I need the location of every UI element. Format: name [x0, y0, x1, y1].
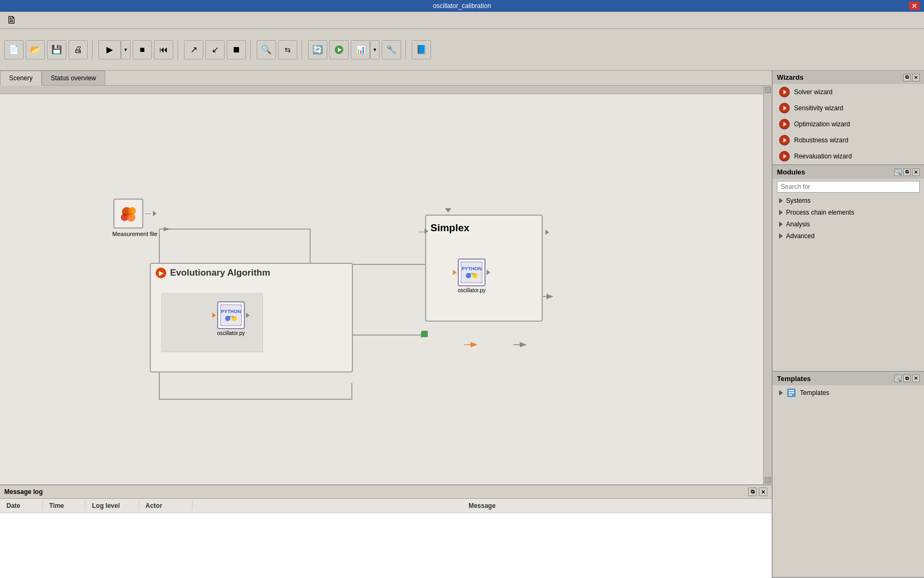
analysis-arrow — [779, 222, 783, 227]
col-date[interactable]: Date — [0, 501, 43, 511]
optimization-wizard-icon — [779, 119, 790, 130]
diagram-container: Measurement file ▶ Evolutionary Algorith… — [0, 94, 763, 484]
reevaluation-wizard-item[interactable]: Reevaluation wizard — [773, 148, 924, 164]
save-button[interactable]: 💾 — [47, 40, 66, 59]
process-chain-arrow — [779, 210, 783, 215]
svg-rect-46 — [789, 390, 794, 391]
center-area: Scenery Status overview — [0, 71, 772, 578]
modules-close-btn[interactable]: ✕ — [912, 169, 920, 176]
simplex-python-label: oscillator.py — [453, 287, 490, 293]
right-panel: Wizards ⧉ ✕ Solver wizard — [772, 71, 924, 578]
svg-rect-27 — [220, 305, 242, 326]
new-button[interactable]: 📄 — [4, 40, 24, 59]
svg-marker-17 — [471, 342, 478, 347]
message-log-close-btn[interactable]: ✕ — [759, 488, 767, 496]
col-message[interactable]: Message — [192, 501, 772, 511]
simplex-python-icon: PYTHON — [458, 258, 486, 286]
reevaluation-wizard-label: Reevaluation wizard — [794, 153, 852, 160]
open-button[interactable]: 📂 — [26, 40, 45, 59]
templates-item[interactable]: Templates — [773, 385, 924, 400]
tab-status-overview[interactable]: Status overview — [42, 71, 105, 85]
modules-header: Modules 🔍 ⧉ ✕ — [773, 165, 924, 179]
rewind-button[interactable]: ⏮ — [154, 40, 173, 59]
solver-wizard-icon — [779, 87, 790, 97]
connect-button[interactable]: ⇆ — [278, 40, 297, 59]
measurement-file-node[interactable]: Measurement file — [112, 199, 157, 237]
ea-icon: ▶ — [155, 267, 167, 279]
play-dropdown-button[interactable]: ▼ — [121, 40, 130, 59]
analysis-button[interactable]: 📊 — [351, 40, 370, 59]
simplex-title: Simplex — [426, 219, 542, 234]
connections-svg — [0, 94, 763, 484]
svg-rect-31 — [461, 262, 482, 283]
zoom-button[interactable]: 🔍 — [257, 40, 276, 59]
svg-marker-5 — [421, 332, 428, 338]
play-button[interactable]: ▶ — [98, 40, 121, 59]
ea-node[interactable]: ▶ Evolutionary Algorithm — [150, 263, 353, 372]
wizards-section: Wizards ⧉ ✕ Solver wizard — [773, 71, 924, 165]
templates-search-icon[interactable]: 🔍 — [894, 375, 902, 382]
separator-4 — [302, 40, 304, 59]
modules-search-input[interactable] — [777, 181, 920, 193]
app-title: oscillator_calibration — [15, 2, 909, 10]
message-log-restore-btn[interactable]: ⧉ — [748, 488, 757, 496]
message-log-controls: ⧉ ✕ — [748, 488, 767, 496]
stop-button[interactable]: ■ — [133, 40, 152, 59]
svg-rect-47 — [789, 392, 794, 393]
print-button[interactable]: 🖨 — [68, 40, 88, 59]
modules-search-icon[interactable]: 🔍 — [894, 169, 902, 176]
advanced-arrow — [779, 233, 783, 239]
separator-3 — [250, 40, 252, 59]
separator-2 — [178, 40, 180, 59]
templates-section: Templates 🔍 ⧉ ✕ Templates — [773, 372, 924, 579]
wizards-title: Wizards — [777, 73, 804, 81]
robustness-wizard-item[interactable]: Robustness wizard — [773, 132, 924, 148]
robustness-wizard-icon — [779, 135, 790, 146]
modules-search — [773, 179, 924, 195]
ea-title: Evolutionary Algorithm — [170, 268, 270, 278]
help-button[interactable]: 📘 — [412, 40, 431, 59]
wizards-restore-btn[interactable]: ⧉ — [903, 74, 911, 81]
canvas-area[interactable]: Measurement file ▶ Evolutionary Algorith… — [0, 86, 772, 484]
templates-restore-btn[interactable]: ⧉ — [903, 375, 911, 382]
systems-label: Systems — [786, 197, 811, 204]
module-advanced[interactable]: Advanced — [773, 230, 924, 242]
col-time[interactable]: Time — [43, 501, 86, 511]
wizards-header-btns: ⧉ ✕ — [903, 74, 920, 81]
simplex-python-node[interactable]: PYTHON oscillator.py — [453, 258, 490, 293]
ea-python-node[interactable]: PYTHON oscillator.py — [212, 301, 250, 336]
col-loglevel[interactable]: Log level — [86, 501, 139, 511]
svg-marker-11 — [546, 294, 553, 299]
import-button[interactable]: ↙ — [205, 40, 225, 59]
sensitivity-wizard-item[interactable]: Sensitivity wizard — [773, 100, 924, 116]
templates-label: Templates — [800, 389, 829, 397]
modules-restore-btn[interactable]: ⧉ — [903, 169, 911, 176]
refresh-button[interactable]: 🔄 — [308, 40, 327, 59]
simplex-node[interactable]: Simplex PYTHON — [425, 215, 543, 322]
module-systems[interactable]: Systems — [773, 195, 924, 207]
solver-wizard-item[interactable]: Solver wizard — [773, 84, 924, 100]
svg-point-24 — [127, 213, 135, 222]
wizards-close-btn[interactable]: ✕ — [912, 74, 920, 81]
tab-scenery[interactable]: Scenery — [0, 71, 42, 86]
export-button[interactable]: ↗ — [184, 40, 203, 59]
col-actor[interactable]: Actor — [139, 501, 192, 511]
templates-header-btns: 🔍 ⧉ ✕ — [894, 375, 920, 382]
templates-arrow — [779, 390, 783, 396]
templates-close-btn[interactable]: ✕ — [912, 375, 920, 382]
run2-button[interactable] — [329, 40, 349, 59]
svg-text:PYTHON: PYTHON — [461, 266, 482, 271]
module-analysis[interactable]: Analysis — [773, 218, 924, 230]
scroll-top[interactable] — [0, 86, 763, 94]
app-close-button[interactable]: ✕ — [909, 2, 920, 10]
analysis-dropdown-btn[interactable]: ▼ — [370, 40, 380, 59]
tools-button[interactable]: 🔧 — [382, 40, 401, 59]
module-process-chain[interactable]: Process chain elements — [773, 207, 924, 218]
halt-button[interactable]: ⏹ — [227, 40, 246, 59]
doc-icon[interactable]: 🗎 — [4, 13, 19, 28]
optimization-wizard-item[interactable]: Optimization wizard — [773, 116, 924, 132]
scroll-right[interactable] — [763, 86, 772, 484]
tabs: Scenery Status overview — [0, 71, 772, 86]
modules-header-btns: 🔍 ⧉ ✕ — [894, 169, 920, 176]
sensitivity-wizard-icon — [779, 103, 790, 113]
